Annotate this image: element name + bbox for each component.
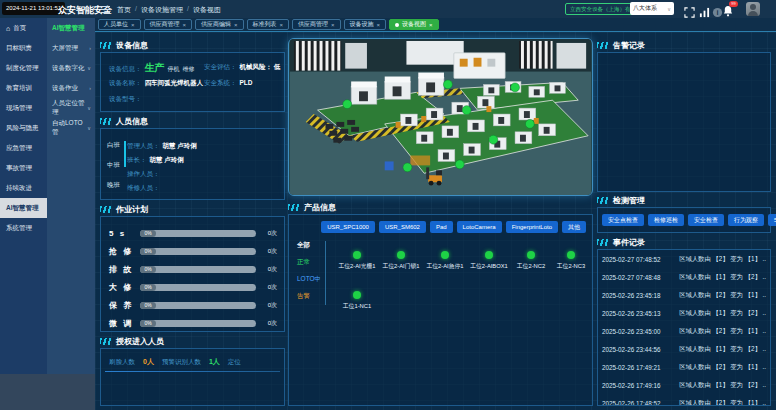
tab-device-view-active[interactable]: 设备视图× (389, 19, 439, 30)
device-node-nc3[interactable]: 工位2-NC3 (549, 251, 593, 271)
event-row[interactable]: 2025-02-26 17:49:16区域人数由 【1】 变为 【2】 .. (598, 376, 770, 394)
close-icon[interactable]: × (331, 22, 335, 28)
button-repair-patrol[interactable]: 检修巡检 (648, 214, 684, 226)
shift-tab-night[interactable]: 晚班 (107, 181, 120, 190)
button-5s-check[interactable]: 5S检查 (768, 214, 776, 226)
factory-3d-view[interactable] (288, 38, 593, 196)
sidebar-item-improve[interactable]: 持续改进 (0, 178, 47, 198)
user-avatar[interactable] (746, 2, 760, 16)
signal-bars-icon[interactable] (699, 4, 710, 15)
work-plan-panel: 5 s 0% 0次 抢 修 0% 0次 排 故 0% 0次 大 修 0% 0次 … (100, 216, 285, 332)
event-records-panel[interactable]: 2025-02-27 07:48:52区域人数由 【2】 变为 【1】 .. 2… (597, 249, 771, 406)
tab-personnel-unit[interactable]: 人员单位× (98, 19, 141, 30)
button-safety-point-check[interactable]: 安全点检查 (602, 214, 644, 226)
tab-supplier-edit[interactable]: 供应商编辑× (195, 19, 244, 30)
button-fingerprintloto[interactable]: FingerprintLoto (506, 221, 558, 233)
sidebar-item-target-duty[interactable]: 目标职责 (0, 38, 47, 58)
safety-eval-value: 机械风险： 低 (240, 63, 281, 72)
system-select-value: 八大体系 (633, 4, 657, 13)
event-row[interactable]: 2025-02-26 23:45:00区域人数由 【2】 变为 【1】 .. (598, 322, 770, 340)
event-row[interactable]: 2025-02-26 17:48:52区域人数由 【2】 变为 【1】 .. (598, 394, 770, 406)
filter-all[interactable]: 全部 (297, 241, 321, 250)
sidebar-item-emergency[interactable]: 应急管理 (0, 138, 47, 158)
submenu-personnel-locating[interactable]: 人员定位管理∨ (47, 98, 95, 118)
filter-alarm[interactable]: 告警 (297, 292, 321, 301)
breadcrumb-device-mgmt[interactable]: 设备设施管理 (141, 5, 183, 15)
tab-device-facility[interactable]: 设备设施× (344, 19, 387, 30)
submenu-device-work[interactable]: 设备作业› (47, 78, 95, 98)
close-icon[interactable]: × (183, 22, 187, 28)
chevron-right-icon: › (89, 85, 91, 91)
button-lotocamera[interactable]: LotoCamera (457, 221, 502, 233)
sidebar-item-ai-smart-mgmt[interactable]: AI智慧管理 (0, 198, 47, 218)
device-node-ai-door-lock[interactable]: 工位2-AI门锁1 (379, 251, 423, 271)
device-node-nc1[interactable]: 工位1-NC1 (335, 291, 379, 311)
event-row[interactable]: 2025-02-26 23:44:56区域人数由 【1】 变为 【2】 .. (598, 340, 770, 358)
face-scan-label: 刷脸人数 (109, 358, 135, 367)
breadcrumb-device-view[interactable]: 设备视图 (193, 5, 221, 15)
breadcrumb-home[interactable]: 首页 (117, 5, 131, 15)
tab-standard-list[interactable]: 标准列表× (247, 19, 290, 30)
submenu-device-digital[interactable]: 设备数字化∨ (47, 58, 95, 78)
event-row[interactable]: 2025-02-27 07:48:48区域人数由 【1】 变为 【2】 .. (598, 268, 770, 286)
event-row[interactable]: 2025-02-27 07:48:52区域人数由 【2】 变为 【1】 .. (598, 250, 770, 268)
button-pad[interactable]: Pad (430, 221, 453, 233)
fullscreen-icon[interactable] (684, 4, 695, 15)
device-node-ai-light-curtain[interactable]: 工位2-AI光栅1 (335, 251, 379, 271)
plan-row-rush-repair: 抢 修 0% 0次 (109, 245, 277, 257)
sidebar-item-accident[interactable]: 事故管理 (0, 158, 47, 178)
notifications-bell-icon[interactable]: 99 (722, 3, 734, 15)
button-other[interactable]: 其他 (562, 221, 586, 233)
filter-divider (325, 241, 326, 305)
event-row[interactable]: 2025-02-26 23:45:13区域人数由 【1】 变为 【2】 .. (598, 304, 770, 322)
device-node-nc2[interactable]: 工位2-NC2 (509, 251, 553, 271)
sidebar-item-risk[interactable]: 风险与隐患 (0, 118, 47, 138)
personnel-info-header: 人员信息 (100, 116, 148, 126)
progress-bar: 0% (140, 284, 256, 291)
device-name-value: 四车间弧光焊机器人 (145, 79, 204, 88)
device-node-aibox[interactable]: 工位2-AIBOX1 (467, 251, 511, 271)
system-select[interactable]: 八大体系 ∨ (630, 2, 674, 15)
maintainer-row: 维修人员： (127, 181, 197, 195)
tab-supplier-mgmt-2[interactable]: 供应商管理× (292, 19, 341, 30)
panel-arrows-icon (288, 204, 300, 211)
product-type-buttons: USR_SPC1000 USR_SM602 Pad LotoCamera Fin… (321, 221, 586, 233)
close-icon[interactable]: × (377, 22, 381, 28)
submenu-ai-smart-mgmt[interactable]: AI智慧管理 (47, 18, 95, 38)
status-dot-green (441, 251, 449, 259)
close-icon[interactable]: × (234, 22, 238, 28)
button-safety-check[interactable]: 安全检查 (688, 214, 724, 226)
device-info-panel: 设备信息： 生产 停机 维修 安全评估： 机械风险： 低 设备名称： 四车间弧光… (100, 52, 285, 112)
sidebar-footer (0, 374, 95, 410)
sidebar-item-home[interactable]: ⌂首页 (0, 18, 47, 38)
shift-tab-middle[interactable]: 中班 (107, 161, 120, 170)
sidebar-item-site-mgmt[interactable]: 现场管理 (0, 98, 47, 118)
shift-tab-day[interactable]: 白班 (107, 141, 120, 150)
button-behavior-observe[interactable]: 行为观察 (728, 214, 764, 226)
close-icon[interactable]: × (280, 22, 284, 28)
submenu-screen-mgmt[interactable]: 大屏管理› (47, 38, 95, 58)
filter-normal[interactable]: 正常 (297, 258, 321, 267)
device-node-ai-estop[interactable]: 工位2-AI急停1 (423, 251, 467, 271)
button-usr-sm602[interactable]: USR_SM602 (379, 221, 426, 233)
filter-loto[interactable]: LOTO中 (297, 275, 321, 284)
sidebar-item-training[interactable]: 教育培训 (0, 78, 47, 98)
status-dot-green (567, 251, 575, 259)
button-usr-spc1000[interactable]: USR_SPC1000 (321, 221, 375, 233)
menu-toggle-icon[interactable] (101, 6, 110, 13)
foreman-row: 班长：胡慧 卢玲俐 (127, 153, 197, 167)
product-info-header: 产品信息 (288, 202, 336, 212)
event-row[interactable]: 2025-02-26 17:49:21区域人数由 【2】 变为 【1】 .. (598, 358, 770, 376)
sidebar-item-system-mgmt[interactable]: 系统管理 (0, 218, 47, 238)
progress-bar: 0% (140, 266, 256, 273)
event-row[interactable]: 2025-02-26 23:45:18区域人数由 【2】 变为 【1】 .. (598, 286, 770, 304)
submenu-auto-loto[interactable]: 自动LOTO管∨ (47, 118, 95, 138)
safety-system-value: PLD (240, 79, 253, 86)
close-icon[interactable]: × (429, 22, 433, 28)
sidebar-item-institution[interactable]: 制度化管理 (0, 58, 47, 78)
close-icon[interactable]: × (131, 22, 135, 28)
tab-supplier-mgmt-1[interactable]: 供应商管理× (144, 19, 193, 30)
top-bar: 2024-11-21 13:01:51 众安智能安全 首页 / 设备设施管理 /… (0, 0, 776, 18)
chevron-down-icon: ∨ (87, 125, 91, 131)
plan-row-troubleshoot: 排 故 0% 0次 (109, 263, 277, 275)
